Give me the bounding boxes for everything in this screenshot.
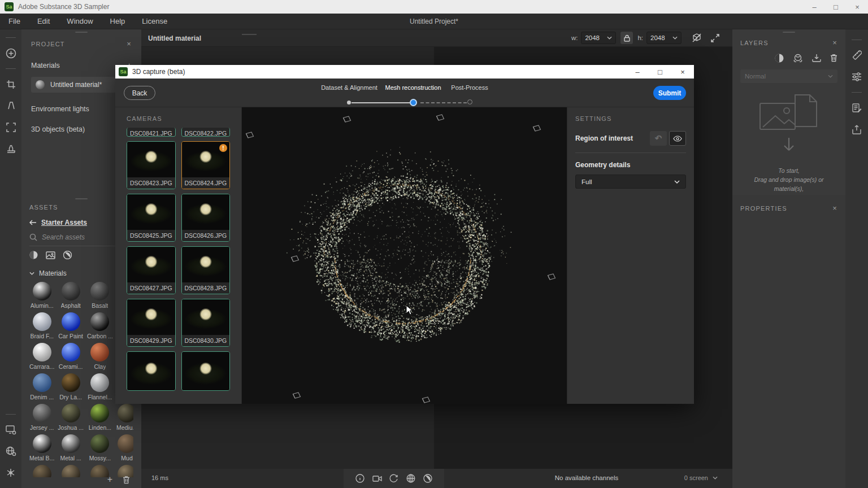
geometry-details-select[interactable]: Full bbox=[575, 175, 686, 189]
reconstruction-viewport[interactable] bbox=[242, 107, 567, 404]
camera-gizmo-icon[interactable] bbox=[547, 273, 556, 280]
close-panel-icon[interactable]: × bbox=[832, 38, 837, 47]
roi-undo-button[interactable]: ↶ bbox=[650, 131, 667, 146]
crop-icon[interactable] bbox=[0, 73, 21, 95]
menu-item[interactable]: License bbox=[133, 14, 176, 29]
camera-thumbnail[interactable]: DSC08423.JPG ! bbox=[127, 141, 176, 189]
material-asset[interactable]: Metal B... bbox=[29, 434, 54, 461]
material-asset[interactable]: Mediu... bbox=[116, 404, 133, 431]
info-icon[interactable] bbox=[351, 474, 368, 483]
height-select[interactable]: 2048 bbox=[646, 32, 682, 44]
material-asset[interactable]: Braid F... bbox=[29, 312, 54, 339]
width-select[interactable]: 2048 bbox=[581, 32, 616, 44]
camera-gizmo-icon[interactable] bbox=[532, 125, 541, 132]
material-asset[interactable]: Carrara... bbox=[29, 343, 54, 370]
dialog-titlebar[interactable]: Sa 3D capture (beta) – □ × bbox=[115, 65, 694, 79]
close-panel-icon[interactable]: × bbox=[832, 204, 837, 212]
export-share-icon[interactable] bbox=[846, 119, 867, 140]
camera-thumbnail[interactable]: DSC08422.JPG ! bbox=[181, 128, 231, 137]
minimize-button[interactable]: – bbox=[804, 0, 825, 14]
back-button[interactable]: Back bbox=[124, 86, 155, 100]
roi-visibility-button[interactable] bbox=[669, 131, 686, 146]
camera-thumbnail[interactable]: ! bbox=[181, 351, 231, 391]
material-asset[interactable]: Car Paint bbox=[58, 312, 84, 339]
display-settings-icon[interactable] bbox=[0, 419, 21, 441]
material-asset[interactable]: Cerami... bbox=[58, 343, 84, 370]
camera-thumbnail[interactable]: DSC08428.JPG ! bbox=[181, 246, 231, 294]
filter-images-icon[interactable] bbox=[46, 251, 55, 259]
dialog-minimize-button[interactable]: – bbox=[626, 65, 649, 79]
dialog-maximize-button[interactable]: □ bbox=[649, 65, 671, 79]
panel-drag-handle[interactable] bbox=[75, 198, 88, 199]
filter-materials-icon[interactable] bbox=[29, 251, 38, 259]
nodes-icon[interactable] bbox=[0, 462, 21, 483]
perspective-icon[interactable] bbox=[0, 95, 21, 116]
marquee-frame-icon[interactable] bbox=[0, 116, 21, 138]
filters-sliders-icon[interactable] bbox=[846, 66, 867, 88]
close-button[interactable]: × bbox=[847, 0, 868, 14]
camera-gizmo-icon[interactable] bbox=[422, 396, 431, 403]
material-asset[interactable]: Joshua ... bbox=[58, 404, 84, 431]
submit-button[interactable]: Submit bbox=[653, 86, 686, 100]
panel-drag-handle[interactable] bbox=[242, 34, 257, 35]
material-asset[interactable]: Denim ... bbox=[29, 373, 54, 400]
camera-thumbnail[interactable]: DSC08427.JPG ! bbox=[127, 246, 176, 294]
step-post-process[interactable]: Post-Process bbox=[451, 84, 488, 91]
screen-selector[interactable]: 0 screen bbox=[684, 474, 718, 481]
material-asset[interactable]: Flannel... bbox=[87, 373, 113, 400]
add-circle-icon[interactable] bbox=[0, 42, 21, 64]
add-effect-layer-icon[interactable] bbox=[793, 54, 803, 63]
dialog-close-button[interactable]: × bbox=[671, 65, 694, 79]
camera-thumbnail[interactable]: DSC08430.JPG ! bbox=[181, 299, 231, 347]
document-edit-icon[interactable] bbox=[846, 97, 867, 119]
add-material-layer-icon[interactable] bbox=[775, 54, 784, 63]
layers-dropzone[interactable]: To start, Drag and drop image(s) or mate… bbox=[740, 99, 837, 202]
material-asset[interactable]: Basalt bbox=[87, 282, 113, 309]
panel-drag-handle[interactable] bbox=[75, 32, 88, 33]
web-settings-icon[interactable] bbox=[0, 441, 21, 462]
camera-thumbnail[interactable]: DSC08429.JPG ! bbox=[127, 299, 176, 347]
camera-view-icon[interactable] bbox=[368, 475, 385, 482]
material-asset[interactable]: Mossy... bbox=[87, 434, 113, 461]
menu-item[interactable]: Edit bbox=[29, 14, 58, 29]
maximize-button[interactable]: □ bbox=[825, 0, 847, 14]
rotate-view-icon[interactable] bbox=[385, 474, 402, 483]
viewport-tab[interactable]: Untitled material bbox=[148, 34, 201, 42]
environment-icon[interactable] bbox=[402, 474, 419, 483]
camera-gizmo-icon[interactable] bbox=[342, 116, 351, 123]
delete-layer-icon[interactable] bbox=[830, 54, 837, 63]
import-layer-icon[interactable] bbox=[812, 54, 821, 63]
shading-sphere-icon[interactable] bbox=[419, 474, 436, 483]
material-asset[interactable]: Metal ... bbox=[58, 434, 84, 461]
measure-tool-icon[interactable] bbox=[846, 45, 867, 66]
menu-item[interactable]: Help bbox=[102, 14, 134, 29]
camera-gizmo-icon[interactable] bbox=[436, 114, 445, 121]
camera-gizmo-icon[interactable] bbox=[292, 392, 301, 399]
camera-gizmo-icon[interactable] bbox=[290, 255, 300, 262]
material-asset[interactable]: Carbon ... bbox=[87, 312, 113, 339]
menu-item[interactable]: Window bbox=[58, 14, 101, 29]
filter-spheres-icon[interactable] bbox=[63, 251, 72, 259]
camera-thumbnail[interactable]: DSC08421.JPG ! bbox=[127, 128, 176, 137]
material-asset[interactable]: Dry La... bbox=[58, 373, 84, 400]
camera-thumbnail[interactable]: DSC08424.JPG ! bbox=[181, 141, 231, 189]
material-asset[interactable]: Clay bbox=[87, 343, 113, 370]
step-dataset-alignment[interactable]: Dataset & Alignment bbox=[321, 84, 377, 91]
menu-item[interactable]: File bbox=[0, 14, 29, 29]
add-asset-button[interactable]: + bbox=[107, 474, 112, 485]
step-mesh-reconstruction[interactable]: Mesh reconstruction bbox=[385, 84, 441, 91]
material-asset[interactable]: Alumin... bbox=[29, 282, 54, 309]
close-panel-icon[interactable]: × bbox=[127, 40, 132, 48]
camera-thumbnail[interactable]: DSC08426.JPG ! bbox=[181, 194, 231, 242]
panel-drag-handle[interactable] bbox=[783, 32, 795, 33]
trash-icon[interactable] bbox=[123, 476, 130, 484]
material-asset[interactable]: Linden... bbox=[87, 404, 113, 431]
fullscreen-icon[interactable] bbox=[708, 32, 722, 44]
stamp-icon[interactable] bbox=[0, 138, 21, 159]
lock-aspect-icon[interactable] bbox=[620, 32, 633, 44]
material-asset[interactable]: Jersey ... bbox=[29, 404, 54, 431]
material-asset[interactable]: Asphalt bbox=[58, 282, 84, 309]
toggle-3d-view-icon[interactable] bbox=[689, 32, 704, 44]
camera-gizmo-icon[interactable] bbox=[245, 132, 254, 138]
camera-thumbnail[interactable]: DSC08425.JPG ! bbox=[127, 194, 176, 242]
